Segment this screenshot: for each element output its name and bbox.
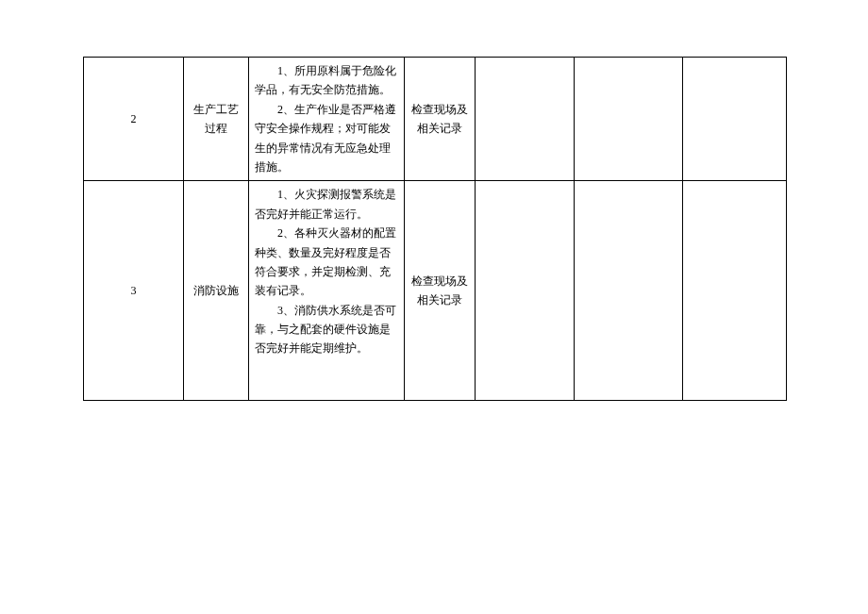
cell-blank [683,181,787,401]
cell-blank [575,58,683,181]
content-item: 3、消防供水系统是否可靠，与之配套的硬件设施是否完好并能定期维护。 [255,301,398,358]
cell-number: 3 [84,181,184,401]
cell-category: 生产工艺过程 [184,58,249,181]
cell-content: 1、火灾探测报警系统是否完好并能正常运行。 2、各种灭火器材的配置种类、数量及完… [249,181,405,401]
inspection-table: 2 生产工艺过程 1、所用原料属于危险化学品，有无安全防范措施。 2、生产作业是… [83,57,787,401]
content-item: 1、所用原料属于危险化学品，有无安全防范措施。 [255,61,398,100]
content-item: 1、火灾探测报警系统是否完好并能正常运行。 [255,185,398,224]
table-row: 3 消防设施 1、火灾探测报警系统是否完好并能正常运行。 2、各种灭火器材的配置… [84,181,787,401]
cell-method: 检查现场及相关记录 [405,181,476,401]
content-item: 2、各种灭火器材的配置种类、数量及完好程度是否符合要求，并定期检测、充装有记录。 [255,224,398,301]
cell-blank [683,58,787,181]
cell-blank [476,181,575,401]
cell-blank [476,58,575,181]
cell-number: 2 [84,58,184,181]
cell-blank [575,181,683,401]
cell-content: 1、所用原料属于危险化学品，有无安全防范措施。 2、生产作业是否严格遵守安全操作… [249,58,405,181]
content-spacer [255,358,398,396]
cell-category: 消防设施 [184,181,249,401]
table-row: 2 生产工艺过程 1、所用原料属于危险化学品，有无安全防范措施。 2、生产作业是… [84,58,787,181]
content-item: 2、生产作业是否严格遵守安全操作规程；对可能发生的异常情况有无应急处理措施。 [255,100,398,177]
cell-method: 检查现场及相关记录 [405,58,476,181]
